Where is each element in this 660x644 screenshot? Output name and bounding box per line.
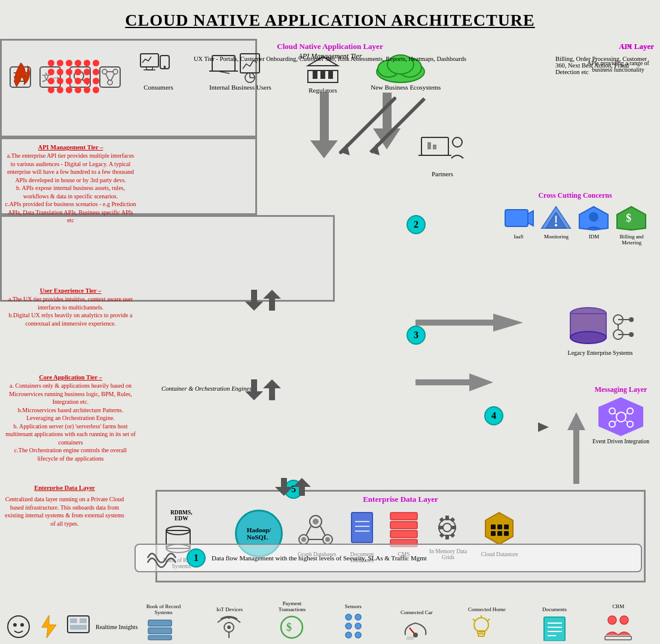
- svg-point-71: [325, 537, 330, 542]
- cc-monitoring: Monitoring: [540, 205, 573, 240]
- svg-rect-131: [148, 620, 172, 626]
- svg-point-136: [227, 625, 231, 629]
- svg-rect-87: [450, 517, 455, 522]
- svg-point-160: [608, 616, 616, 624]
- svg-rect-151: [478, 634, 484, 636]
- svg-rect-72: [352, 513, 372, 542]
- partners-icon: Partners: [418, 131, 466, 177]
- svg-rect-56: [80, 618, 87, 623]
- svg-point-161: [620, 616, 628, 624]
- svg-point-70: [301, 537, 306, 542]
- source-home: Connected Home: [468, 606, 506, 641]
- svg-point-104: [555, 224, 557, 226]
- svg-marker-130: [496, 422, 549, 432]
- svg-rect-133: [148, 636, 172, 640]
- svg-marker-163: [567, 412, 585, 484]
- svg-rect-82: [445, 516, 449, 520]
- svg-rect-86: [439, 517, 444, 522]
- source-sensors: Sensors: [341, 603, 365, 641]
- svg-rect-99: [505, 210, 528, 226]
- container-label: Container & Orchestration Engines: [161, 385, 252, 392]
- svg-marker-107: [617, 207, 646, 230]
- badge-5: 5: [284, 480, 303, 499]
- svg-rect-84: [438, 526, 443, 529]
- svg-point-143: [355, 623, 361, 629]
- svg-point-141: [355, 614, 361, 620]
- bottom-sources: Book of RecordSystems IoT Devices: [129, 600, 651, 641]
- svg-point-106: [589, 212, 598, 222]
- svg-point-142: [346, 623, 352, 629]
- svg-line-126: [615, 413, 617, 415]
- svg-point-123: [627, 408, 633, 414]
- svg-text:$: $: [626, 212, 631, 224]
- svg-line-66: [306, 526, 311, 535]
- svg-marker-53: [42, 615, 56, 638]
- svg-rect-91: [491, 525, 496, 529]
- annotation-api: API Management Tier – a.The enterprise A…: [5, 143, 136, 225]
- dataflow-bar: 1 Data flow Management with the highest …: [135, 544, 642, 572]
- svg-rect-85: [451, 526, 456, 529]
- source-payment: PaymentTransactions $: [279, 600, 306, 641]
- svg-line-154: [488, 619, 490, 621]
- svg-rect-94: [491, 531, 496, 536]
- svg-line-153: [473, 619, 475, 621]
- svg-marker-120: [415, 373, 493, 391]
- svg-rect-96: [504, 531, 509, 536]
- source-car: Connected Car /////: [401, 609, 433, 641]
- svg-marker-59: [263, 379, 281, 400]
- svg-marker-29: [341, 143, 350, 155]
- svg-rect-16: [328, 70, 333, 79]
- svg-point-42: [102, 69, 107, 74]
- svg-marker-26: [310, 93, 338, 158]
- legacy-icon: [564, 302, 636, 349]
- svg-point-121: [616, 412, 626, 422]
- svg-line-67: [320, 526, 325, 535]
- svg-rect-95: [497, 531, 502, 536]
- annotation-core: Core Application Tier – a. Containers on…: [5, 373, 136, 462]
- svg-point-43: [113, 69, 118, 74]
- svg-point-140: [346, 614, 352, 620]
- svg-point-122: [609, 408, 615, 414]
- svg-rect-55: [70, 618, 77, 623]
- svg-point-118: [629, 332, 634, 337]
- svg-rect-25: [433, 145, 436, 149]
- svg-point-145: [355, 632, 361, 638]
- flame-icon: [6, 60, 36, 93]
- dashboard-icon: [66, 614, 91, 639]
- svg-point-125: [627, 421, 633, 427]
- svg-point-144: [346, 632, 352, 638]
- legacy-systems: Legacy Enterprise Systems: [564, 302, 636, 356]
- svg-point-124: [609, 421, 615, 427]
- cc-idm: IDM: [578, 205, 610, 240]
- svg-line-46: [106, 74, 109, 80]
- svg-rect-83: [445, 535, 449, 539]
- svg-rect-77: [390, 522, 417, 529]
- badge-1: 1: [187, 548, 206, 568]
- svg-point-44: [108, 80, 112, 85]
- svg-line-47: [111, 74, 114, 80]
- arrow-legacy-up: [564, 412, 588, 484]
- svg-rect-76: [390, 513, 417, 520]
- svg-line-127: [625, 413, 628, 415]
- api-connector-icon: [99, 66, 121, 88]
- svg-rect-162: [605, 636, 631, 640]
- svg-marker-119: [415, 314, 523, 332]
- svg-point-149: [474, 618, 488, 632]
- source-book: Book of RecordSystems: [146, 603, 181, 641]
- svg-text:$: $: [286, 621, 292, 633]
- svg-point-51: [13, 623, 17, 627]
- svg-point-52: [20, 623, 24, 627]
- badge-3: 3: [407, 326, 426, 345]
- svg-rect-14: [313, 70, 317, 79]
- svg-rect-88: [439, 533, 444, 538]
- source-iot: IoT Devices: [216, 606, 243, 641]
- svg-point-23: [453, 137, 462, 147]
- svg-marker-100: [528, 211, 533, 226]
- svg-rect-132: [148, 628, 172, 634]
- svg-rect-15: [320, 70, 325, 79]
- badge-4: 4: [484, 406, 503, 425]
- dataflow-wave-icon: [145, 546, 181, 570]
- svg-line-30: [371, 99, 424, 152]
- svg-point-4: [164, 66, 166, 68]
- badge-2: 2: [407, 215, 426, 234]
